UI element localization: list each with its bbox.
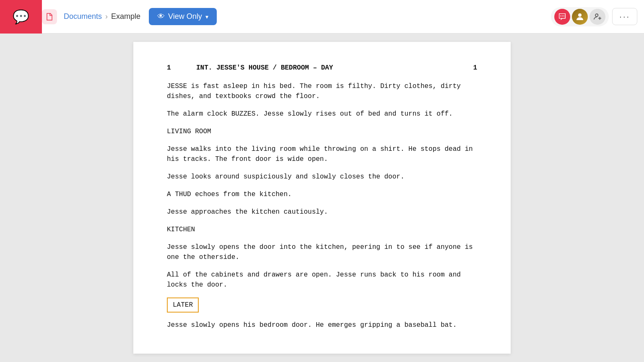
action-paragraph-3: Jesse walks into the living room while t… (167, 144, 477, 164)
svg-point-1 (562, 16, 563, 16)
action-paragraph-5: A THUD echoes from the kitchen. (167, 189, 477, 199)
subheading-living-room: LIVING ROOM (167, 127, 477, 137)
view-only-label: View Only (168, 12, 202, 21)
scene-heading-text: INT. JESSE'S HOUSE / BEDROOM – DAY (196, 63, 473, 73)
chevron-down-icon: ▾ (205, 13, 208, 20)
add-people-icon[interactable] (589, 9, 605, 25)
main-content: 1 INT. JESSE'S HOUSE / BEDROOM – DAY 1 J… (0, 34, 644, 362)
action-paragraph-8: All of the cabinets and drawers are open… (167, 270, 477, 290)
svg-point-4 (595, 14, 598, 16)
action-paragraph-9: Jesse slowly opens his bedroom door. He … (167, 320, 477, 330)
action-paragraph-6: Jesse approaches the kitchen cautiously. (167, 207, 477, 217)
header-right: ··· (551, 7, 637, 26)
action-paragraph-4: Jesse looks around suspiciously and slow… (167, 172, 477, 182)
screenplay-content: 1 INT. JESSE'S HOUSE / BEDROOM – DAY 1 J… (167, 63, 477, 330)
breadcrumb-current: Example (111, 12, 140, 21)
breadcrumb: Documents › Example (64, 12, 140, 21)
action-paragraph-1: JESSE is fast asleep in his bed. The roo… (167, 81, 477, 101)
header: 💬 Documents › Example 👁 View Only ▾ (0, 0, 644, 34)
logo: 💬 (0, 0, 42, 34)
later-box: LATER (167, 297, 199, 313)
document: 1 INT. JESSE'S HOUSE / BEDROOM – DAY 1 J… (133, 42, 511, 354)
subheading-kitchen: KITCHEN (167, 225, 477, 235)
documents-icon (42, 9, 57, 24)
breadcrumb-separator: › (105, 12, 108, 21)
scene-heading-line: 1 INT. JESSE'S HOUSE / BEDROOM – DAY 1 (167, 63, 477, 73)
breadcrumb-documents[interactable]: Documents (64, 12, 102, 21)
svg-point-2 (564, 16, 564, 16)
svg-point-0 (561, 16, 561, 16)
svg-point-3 (578, 13, 582, 17)
eye-icon: 👁 (157, 12, 165, 21)
avatar-user[interactable] (572, 9, 588, 25)
view-only-button[interactable]: 👁 View Only ▾ (149, 8, 217, 25)
action-paragraph-7: Jesse slowly opens the door into the kit… (167, 242, 477, 262)
logo-icon: 💬 (13, 9, 29, 25)
scene-number-left: 1 (167, 63, 179, 73)
avatar-chat[interactable] (554, 9, 570, 25)
more-button[interactable]: ··· (612, 8, 637, 25)
avatar-group (551, 7, 609, 26)
action-paragraph-2: The alarm clock BUZZES. Jesse slowly ris… (167, 109, 477, 119)
later-label: LATER (173, 301, 193, 309)
scene-number-right: 1 (473, 63, 477, 73)
